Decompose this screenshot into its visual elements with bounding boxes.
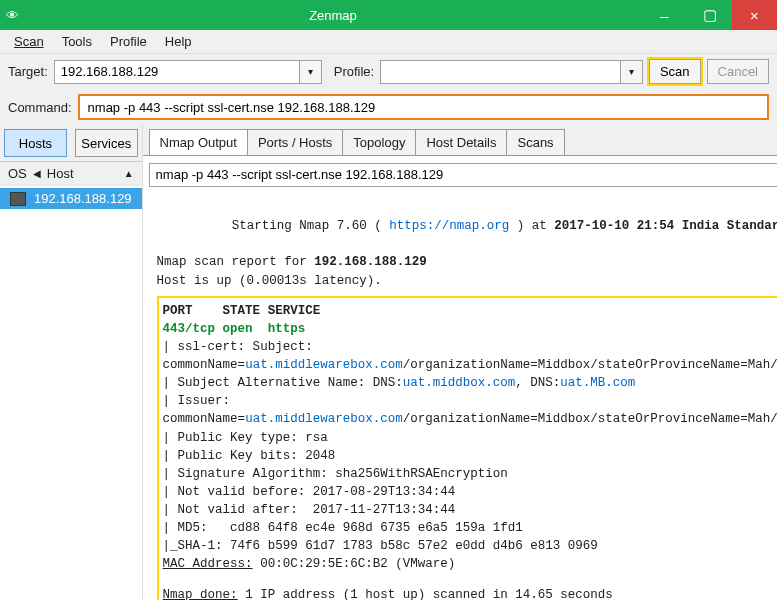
window-title: Zenmap <box>24 8 642 23</box>
menubar: Scan Tools Profile Help <box>0 30 777 54</box>
app-icon: 👁 <box>0 8 24 23</box>
host-icon <box>10 192 26 206</box>
tab-scans[interactable]: Scans <box>506 129 564 155</box>
host-header-label: Host <box>47 166 74 181</box>
command-input[interactable] <box>78 94 769 120</box>
menu-tools[interactable]: Tools <box>54 32 100 51</box>
history-input[interactable] <box>150 164 777 186</box>
os-host-header[interactable]: OS ◀ Host ▲ <box>0 162 142 186</box>
history-combo[interactable]: ▾ <box>149 163 777 187</box>
hosts-list: 192.168.188.129 <box>0 186 142 600</box>
target-label: Target: <box>8 64 48 79</box>
minimize-button[interactable]: – <box>642 0 687 30</box>
right-panel: Nmap Output Ports / Hosts Topology Host … <box>143 125 777 600</box>
profile-label: Profile: <box>334 64 374 79</box>
target-input[interactable] <box>55 61 299 83</box>
triangle-left-icon: ◀ <box>33 168 41 179</box>
cancel-button[interactable]: Cancel <box>707 59 769 84</box>
host-item-label: 192.168.188.129 <box>34 191 132 206</box>
services-toggle[interactable]: Services <box>75 129 138 157</box>
left-panel: Hosts Services OS ◀ Host ▲ 192.168.188.1… <box>0 125 143 600</box>
triangle-up-icon: ▲ <box>124 168 134 179</box>
command-row: Command: <box>0 89 777 125</box>
tab-body: ▾ Details Starting Nmap 7.60 ( https://n… <box>143 155 777 600</box>
profile-combo[interactable]: ▾ <box>380 60 643 84</box>
tabs: Nmap Output Ports / Hosts Topology Host … <box>143 125 777 155</box>
close-button[interactable]: × <box>732 0 777 30</box>
menu-profile[interactable]: Profile <box>102 32 155 51</box>
chevron-down-icon[interactable]: ▾ <box>299 61 321 83</box>
tab-topology[interactable]: Topology <box>342 129 416 155</box>
menu-help[interactable]: Help <box>157 32 200 51</box>
host-item[interactable]: 192.168.188.129 <box>0 188 142 209</box>
chevron-down-icon[interactable]: ▾ <box>620 61 642 83</box>
command-label: Command: <box>8 100 72 115</box>
titlebar: 👁 Zenmap – ▢ × <box>0 0 777 30</box>
nmap-output: Starting Nmap 7.60 ( https://nmap.org ) … <box>149 193 777 600</box>
tab-nmap-output[interactable]: Nmap Output <box>149 129 248 155</box>
os-header-label: OS <box>8 166 27 181</box>
history-row: ▾ Details <box>143 156 777 193</box>
main-area: Hosts Services OS ◀ Host ▲ 192.168.188.1… <box>0 125 777 600</box>
hosts-toggle[interactable]: Hosts <box>4 129 67 157</box>
profile-input[interactable] <box>381 61 620 83</box>
nmap-url: https://nmap.org <box>389 219 509 233</box>
target-row: Target: ▾ Profile: ▾ Scan Cancel <box>0 54 777 89</box>
maximize-button[interactable]: ▢ <box>687 0 732 30</box>
tab-host-details[interactable]: Host Details <box>415 129 507 155</box>
menu-scan[interactable]: Scan <box>6 32 52 51</box>
tab-ports-hosts[interactable]: Ports / Hosts <box>247 129 343 155</box>
output-highlight-box: PORT STATE SERVICE 443/tcp open https | … <box>157 296 777 600</box>
target-combo[interactable]: ▾ <box>54 60 322 84</box>
scan-button[interactable]: Scan <box>649 59 701 84</box>
